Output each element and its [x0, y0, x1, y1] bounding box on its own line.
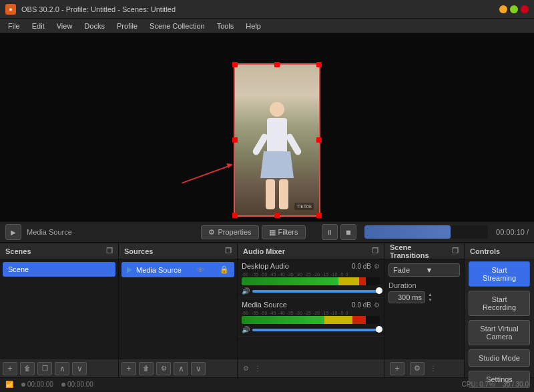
- media-audio-settings-icon[interactable]: ⚙: [374, 301, 380, 309]
- scene-item[interactable]: Scene: [3, 262, 115, 277]
- arrow-indicator: [182, 164, 232, 183]
- desktop-audio-meter: [242, 277, 380, 285]
- properties-button[interactable]: ⚙ Properties: [201, 225, 258, 239]
- pause-button[interactable]: ⏸: [322, 224, 338, 240]
- sources-up-button[interactable]: ∧: [174, 362, 188, 375]
- meter-scale: -60-55-50 -45-40 -35-30 -25-20 -15-10 -5…: [242, 272, 380, 277]
- menubar-item-profile[interactable]: Profile: [111, 21, 143, 31]
- window-controls[interactable]: [499, 5, 529, 13]
- media-audio-volume-slider[interactable]: [252, 329, 380, 331]
- menubar-item-view[interactable]: View: [51, 21, 78, 31]
- status-bar-no-stream: 00:00:00: [21, 381, 53, 388]
- scenes-panel-content: Scene: [0, 259, 118, 359]
- desktop-audio-settings-icon[interactable]: ⚙: [374, 263, 380, 270]
- scene-transitions-footer: + ⚙ ⋮: [384, 359, 464, 377]
- spin-down-icon[interactable]: ▼: [428, 297, 433, 303]
- bottom-section: Scenes ❐ Scene + 🗑 ❐ ∧ ∨ Sources ❐ Media…: [0, 243, 534, 377]
- menubar-item-docks[interactable]: Docks: [79, 21, 110, 31]
- preview-canvas: TikTok: [0, 33, 534, 221]
- studio-mode-button[interactable]: Studio Mode: [469, 349, 530, 367]
- handle-ml[interactable]: [232, 137, 238, 143]
- audio-mixer-header: Audio Mixer ❐: [238, 243, 384, 259]
- video-figure: [257, 102, 297, 209]
- status-fps: 30 / 30.0: [503, 381, 529, 388]
- preview-area: TikTok: [0, 33, 534, 221]
- handle-tr[interactable]: [316, 62, 322, 67]
- start-recording-button[interactable]: Start Recording: [469, 291, 530, 316]
- scene-transitions-panel: Scene Transitions ❐ Fade ▼ Duration 300 …: [384, 243, 465, 377]
- media-audio-meter: [242, 316, 380, 324]
- desktop-audio-volume-slider[interactable]: [252, 290, 380, 293]
- audio-footer-settings-icon[interactable]: ⚙: [243, 365, 249, 372]
- scenes-copy-button[interactable]: ❐: [37, 362, 52, 375]
- record-dot: [61, 383, 65, 387]
- scenes-add-button[interactable]: +: [3, 362, 17, 375]
- audio-channel-desktop: Desktop Audio 0.0 dB ⚙ -60-55-50 -45-40 …: [238, 259, 384, 298]
- menubar-item-scene-collection[interactable]: Scene Collection: [144, 21, 210, 31]
- audio-footer-menu-icon[interactable]: ⋮: [254, 365, 261, 372]
- audio-mixer-menu-icon[interactable]: ❐: [372, 247, 378, 255]
- controls-header: Controls: [465, 243, 534, 259]
- handle-tm[interactable]: [274, 62, 280, 67]
- timeline-area[interactable]: [364, 225, 489, 239]
- media-audio-db: 0.0 dB: [352, 301, 371, 309]
- sources-gear-button[interactable]: ⚙: [156, 362, 171, 375]
- sources-add-button[interactable]: +: [121, 362, 136, 375]
- menubar-item-tools[interactable]: Tools: [212, 21, 240, 31]
- transitions-menu-icon[interactable]: ⋮: [430, 365, 437, 372]
- duration-spin[interactable]: ▲ ▼: [428, 292, 433, 303]
- stop-button[interactable]: ⏹: [340, 224, 356, 240]
- sources-panel: Sources ❐ Media Source 👁 🔒 + 🗑 ⚙ ∧ ∨: [119, 243, 238, 377]
- maximize-button[interactable]: [510, 5, 518, 13]
- scenes-panel-menu-icon[interactable]: ❐: [106, 247, 113, 255]
- start-streaming-button[interactable]: Start Streaming: [469, 261, 530, 287]
- stream-dot: [21, 383, 25, 387]
- scenes-down-button[interactable]: ∨: [72, 362, 87, 375]
- filters-button[interactable]: ▦ Filters: [262, 225, 306, 239]
- chevron-down-icon: ▼: [426, 266, 456, 274]
- minimize-button[interactable]: [499, 5, 507, 13]
- source-item[interactable]: Media Source 👁 🔒: [121, 262, 234, 277]
- duration-input[interactable]: 300 ms: [388, 291, 425, 303]
- controls-panel: Controls Start Streaming Start Recording…: [465, 243, 534, 377]
- play-button[interactable]: ▶: [5, 224, 21, 240]
- handle-tl[interactable]: [232, 62, 238, 67]
- transitions-settings-icon[interactable]: ⚙: [410, 362, 425, 375]
- window-title: OBS 30.2.0 - Profile: Untitled - Scenes:…: [21, 5, 499, 13]
- handle-mr[interactable]: [316, 137, 322, 143]
- scenes-remove-button[interactable]: 🗑: [20, 362, 35, 375]
- watermark: TikTok: [294, 203, 314, 210]
- transition-select[interactable]: Fade ▼: [388, 263, 460, 277]
- transport-bar: ▶ Media Source ⚙ Properties ▦ Filters ⏸ …: [0, 221, 534, 243]
- menubar-item-edit[interactable]: Edit: [27, 21, 50, 31]
- status-bar-signal: 📶: [5, 381, 13, 388]
- scene-transitions-header: Scene Transitions ❐: [384, 243, 464, 259]
- menubar-item-help[interactable]: Help: [240, 21, 266, 31]
- scenes-panel-footer: + 🗑 ❐ ∧ ∨: [0, 359, 118, 377]
- audio-mixer-footer: ⚙ ⋮: [238, 359, 384, 377]
- video-container[interactable]: TikTok: [234, 63, 320, 217]
- transitions-add-button[interactable]: +: [390, 362, 405, 375]
- media-audio-mute-icon[interactable]: 🔊: [242, 326, 250, 333]
- menubar-item-file[interactable]: File: [3, 21, 25, 31]
- scenes-up-button[interactable]: ∧: [55, 362, 69, 375]
- handle-bm[interactable]: [274, 213, 280, 218]
- spin-up-icon[interactable]: ▲: [428, 292, 433, 297]
- source-lock-icon[interactable]: 🔒: [220, 265, 229, 274]
- time-display: 00:00:10 /: [496, 228, 529, 236]
- source-eye-icon[interactable]: 👁: [197, 266, 204, 274]
- desktop-audio-mute-icon[interactable]: 🔊: [242, 287, 250, 295]
- close-button[interactable]: [521, 5, 529, 13]
- sources-down-button[interactable]: ∨: [191, 362, 206, 375]
- duration-input-row: 300 ms ▲ ▼: [384, 291, 464, 306]
- audio-mixer-content: Desktop Audio 0.0 dB ⚙ -60-55-50 -45-40 …: [238, 259, 384, 359]
- gear-icon: ⚙: [208, 228, 215, 237]
- sources-remove-button[interactable]: 🗑: [139, 362, 154, 375]
- media-meter-scale: -60-55-50 -45-40 -35-30 -25-20 -15-10 -5…: [242, 311, 380, 315]
- scene-transitions-menu-icon[interactable]: ❐: [452, 247, 459, 255]
- handle-br[interactable]: [316, 213, 322, 218]
- sources-panel-menu-icon[interactable]: ❐: [225, 247, 232, 255]
- handle-bl[interactable]: [232, 213, 238, 218]
- scene-transitions-content: Fade ▼ Duration 300 ms ▲ ▼: [384, 259, 464, 359]
- start-virtual-camera-button[interactable]: Start Virtual Camera: [469, 320, 530, 345]
